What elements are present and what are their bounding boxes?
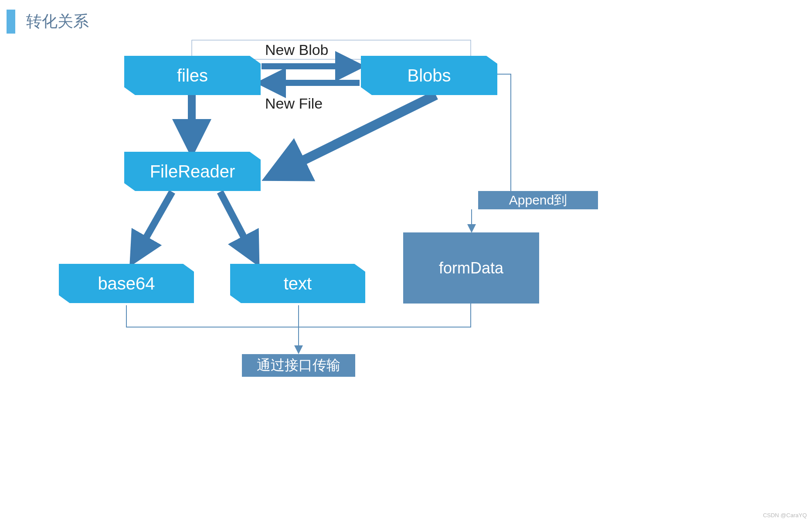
node-files: files <box>124 56 261 95</box>
node-appendto-label: Append到 <box>509 191 567 209</box>
node-text: text <box>230 264 365 303</box>
svg-line-5 <box>133 192 172 261</box>
edge-label-new-blob: New Blob <box>265 41 329 58</box>
node-blobs-label: Blobs <box>407 66 451 85</box>
node-text-label: text <box>284 274 312 293</box>
node-files-label: files <box>177 66 208 85</box>
node-formdata-label: formData <box>439 259 503 277</box>
watermark: CSDN @CaraYQ <box>763 512 807 519</box>
node-blobs: Blobs <box>361 56 497 95</box>
edge-label-new-file: New File <box>265 95 323 112</box>
node-base64-label: base64 <box>98 274 155 293</box>
node-base64: base64 <box>59 264 194 303</box>
node-formdata: formData <box>403 232 539 304</box>
node-filereader: FileReader <box>124 152 261 191</box>
svg-line-6 <box>220 192 256 261</box>
node-appendto: Append到 <box>478 191 598 209</box>
diagram-canvas: files Blobs FileReader base64 text Appen… <box>0 0 812 522</box>
node-filereader-label: FileReader <box>150 162 235 181</box>
node-transmit-label: 通过接口传输 <box>257 356 340 375</box>
node-transmit: 通过接口传输 <box>242 354 355 377</box>
